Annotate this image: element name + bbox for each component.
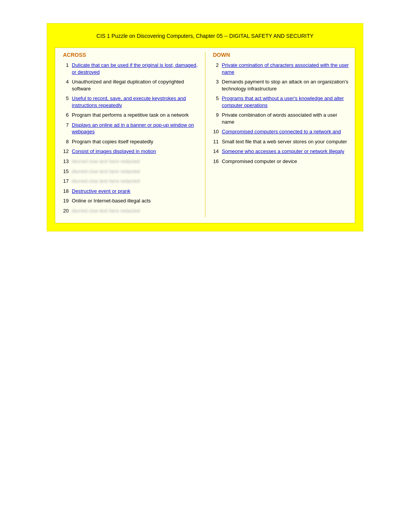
clue-number: 14 <box>211 148 222 154</box>
puzzle-title: CIS 1 Puzzle on Discovering Computers, C… <box>55 31 355 41</box>
clue-text: Dulicate that can be used if the origina… <box>72 62 199 75</box>
clue-number: 9 <box>211 112 222 118</box>
across-clue-row: 15blurred clue text here redacted <box>61 168 199 175</box>
clue-text: Displays an online ad in a banner or pop… <box>72 122 199 135</box>
clues-container: ACROSS 1Dulicate that can be used if the… <box>55 48 355 223</box>
clue-text: Program that copies itself repeatedly <box>72 138 199 145</box>
across-clue-row: 20blurred clue text here redacted <box>61 207 199 214</box>
down-clue-row: 5Programs that act without a user's know… <box>211 95 349 109</box>
clue-text: Programs that act without a user's knowl… <box>222 95 349 109</box>
clue-text: blurred clue text here redacted <box>72 178 199 185</box>
clue-number: 16 <box>211 158 222 164</box>
clue-number: 4 <box>61 78 72 85</box>
across-clue-row: 8Program that copies itself repeatedly <box>61 138 199 145</box>
clue-number: 17 <box>61 178 72 184</box>
across-column: ACROSS 1Dulicate that can be used if the… <box>57 52 203 217</box>
clue-text: Useful to record, save, and execute keys… <box>72 95 199 109</box>
across-clue-row: 12Consist of images displayed in motion <box>61 148 199 155</box>
across-clue-row: 7Displays an online ad in a banner or po… <box>61 122 199 135</box>
down-clue-row: 11Small text file that a web server stor… <box>211 138 349 145</box>
down-clue-row: 14Someone who accesses a computer or net… <box>211 148 349 155</box>
clue-number: 15 <box>61 168 72 174</box>
clue-text: Small text file that a web server stores… <box>222 138 349 145</box>
column-divider <box>205 52 205 217</box>
clue-number: 10 <box>211 128 222 134</box>
down-clue-row: 3Demands payment to stop an attack on an… <box>211 78 349 92</box>
clue-number: 13 <box>61 158 72 164</box>
across-clue-row: 1Dulicate that can be used if the origin… <box>61 62 199 75</box>
clue-text: Online or Internet-based illegal acts <box>72 197 199 204</box>
down-clue-row: 16Compromised computer or device <box>211 158 349 165</box>
across-clue-row: 13blurred clue text here redacted <box>61 158 199 165</box>
clue-text: Compromised computers connected to a net… <box>222 128 349 135</box>
down-column: DOWN 2Private comination of characters a… <box>207 52 353 217</box>
clue-text: Consist of images displayed in motion <box>72 148 199 155</box>
clue-number: 2 <box>211 62 222 68</box>
clue-text: Private comination of characters associa… <box>222 62 349 75</box>
clue-number: 18 <box>61 188 72 194</box>
clue-text: Compromised computer or device <box>222 158 349 165</box>
across-clues-list: 1Dulicate that can be used if the origin… <box>61 62 199 214</box>
clue-text: blurred clue text here redacted <box>72 168 199 175</box>
clue-number: 8 <box>61 138 72 144</box>
clue-number: 3 <box>211 78 222 85</box>
clue-text: Demands payment to stop an attack on an … <box>222 78 349 92</box>
down-clue-row: 9Private combination of words associated… <box>211 112 349 125</box>
clue-text: Someone who accesses a computer or netwo… <box>222 148 349 155</box>
across-clue-row: 17blurred clue text here redacted <box>61 178 199 185</box>
clue-number: 11 <box>211 138 222 144</box>
across-clue-row: 6Program that performs a repetitive task… <box>61 112 199 119</box>
clue-text: Program that performs a repetitive task … <box>72 112 199 119</box>
clue-number: 5 <box>211 95 222 101</box>
across-clue-row: 18Destructive event or prank <box>61 188 199 195</box>
clue-text: Destructive event or prank <box>72 188 199 195</box>
down-clue-row: 2Private comination of characters associ… <box>211 62 349 75</box>
clue-number: 7 <box>61 122 72 128</box>
clue-number: 12 <box>61 148 72 154</box>
clue-number: 19 <box>61 197 72 204</box>
across-label: ACROSS <box>61 52 199 58</box>
clue-text: Unauthorized and illegal duplication of … <box>72 78 199 92</box>
clue-text: Private combination of words associated … <box>222 112 349 125</box>
down-clues-list: 2Private comination of characters associ… <box>211 62 349 165</box>
across-clue-row: 4Unauthorized and illegal duplication of… <box>61 78 199 92</box>
clue-number: 20 <box>61 207 72 214</box>
across-clue-row: 19Online or Internet-based illegal acts <box>61 197 199 204</box>
puzzle-container: CIS 1 Puzzle on Discovering Computers, C… <box>47 23 363 231</box>
clue-text: blurred clue text here redacted <box>72 158 199 165</box>
across-clue-row: 5Useful to record, save, and execute key… <box>61 95 199 109</box>
clue-text: blurred clue text here redacted <box>72 207 199 214</box>
down-label: DOWN <box>211 52 349 58</box>
down-clue-row: 10Compromised computers connected to a n… <box>211 128 349 135</box>
clue-number: 6 <box>61 112 72 118</box>
clue-number: 5 <box>61 95 72 101</box>
clue-number: 1 <box>61 62 72 68</box>
